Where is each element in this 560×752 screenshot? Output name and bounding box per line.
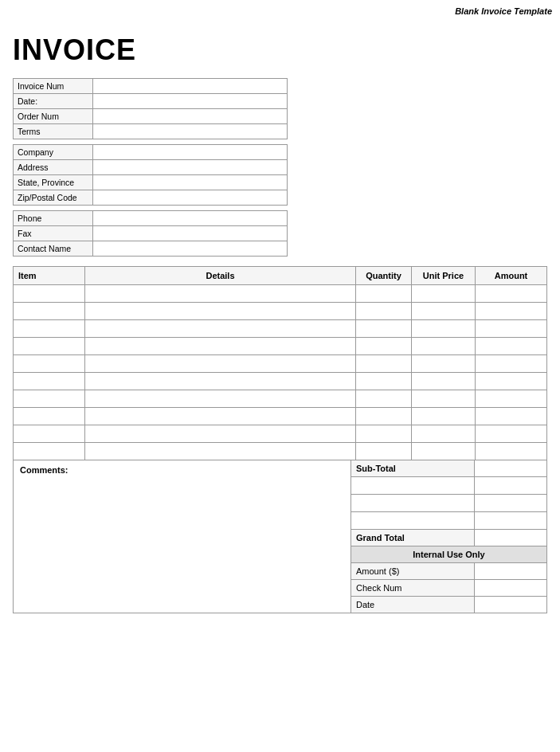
item-cell[interactable] bbox=[14, 373, 85, 390]
address-label: Address bbox=[14, 160, 93, 174]
amount-cell[interactable] bbox=[476, 338, 547, 355]
bottom-section: Comments: Sub-Total Grand T bbox=[13, 460, 547, 613]
amount-internal-row: Amount ($) bbox=[351, 563, 546, 580]
amount-header: Amount bbox=[476, 267, 547, 285]
fax-value[interactable] bbox=[93, 226, 287, 241]
amount-internal-value[interactable] bbox=[475, 563, 546, 579]
quantity-cell[interactable] bbox=[356, 425, 412, 443]
details-cell[interactable] bbox=[85, 373, 356, 390]
amount-cell[interactable] bbox=[476, 443, 547, 460]
fax-row: Fax bbox=[14, 226, 287, 241]
item-cell[interactable] bbox=[14, 425, 85, 443]
quantity-cell[interactable] bbox=[356, 390, 412, 408]
unit-price-cell[interactable] bbox=[412, 355, 476, 373]
details-cell[interactable] bbox=[85, 303, 356, 320]
unit-price-cell[interactable] bbox=[412, 443, 476, 460]
quantity-cell[interactable] bbox=[356, 373, 412, 390]
table-row bbox=[14, 443, 547, 460]
unit-price-cell[interactable] bbox=[412, 338, 476, 355]
item-cell[interactable] bbox=[14, 338, 85, 355]
date-value[interactable] bbox=[93, 94, 287, 108]
item-header: Item bbox=[14, 267, 85, 285]
quantity-cell[interactable] bbox=[356, 338, 412, 355]
amount-cell[interactable] bbox=[476, 285, 547, 303]
invoice-num-value[interactable] bbox=[93, 79, 287, 93]
phone-row: Phone bbox=[14, 211, 287, 226]
contact-name-value[interactable] bbox=[93, 241, 287, 256]
state-province-label: State, Province bbox=[14, 175, 93, 190]
amount-cell[interactable] bbox=[476, 320, 547, 338]
unit-price-cell[interactable] bbox=[412, 390, 476, 408]
company-value[interactable] bbox=[93, 145, 287, 159]
item-cell[interactable] bbox=[14, 443, 85, 460]
zip-label: Zip/Postal Code bbox=[14, 190, 93, 205]
table-row bbox=[14, 338, 547, 355]
amount-cell[interactable] bbox=[476, 373, 547, 390]
subtotal-value[interactable] bbox=[475, 460, 546, 476]
details-header: Details bbox=[85, 267, 356, 285]
item-cell[interactable] bbox=[14, 355, 85, 373]
quantity-cell[interactable] bbox=[356, 320, 412, 338]
quantity-cell[interactable] bbox=[356, 303, 412, 320]
item-cell[interactable] bbox=[14, 320, 85, 338]
date-internal-value[interactable] bbox=[475, 597, 546, 613]
address-value[interactable] bbox=[93, 160, 287, 174]
fax-label: Fax bbox=[14, 226, 93, 241]
date-label: Date: bbox=[14, 94, 93, 108]
quantity-cell[interactable] bbox=[356, 443, 412, 460]
phone-value[interactable] bbox=[93, 211, 287, 225]
unit-price-cell[interactable] bbox=[412, 285, 476, 303]
invoice-info-section: Invoice Num Date: Order Num Terms bbox=[13, 78, 288, 139]
item-cell[interactable] bbox=[14, 285, 85, 303]
state-province-value[interactable] bbox=[93, 175, 287, 190]
date-row: Date: bbox=[14, 94, 287, 109]
table-row bbox=[14, 303, 547, 320]
grand-total-label: Grand Total bbox=[351, 530, 475, 546]
details-cell[interactable] bbox=[85, 443, 356, 460]
details-cell[interactable] bbox=[85, 338, 356, 355]
amount-cell[interactable] bbox=[476, 355, 547, 373]
grand-total-row: Grand Total bbox=[351, 530, 546, 546]
details-cell[interactable] bbox=[85, 320, 356, 338]
unit-price-cell[interactable] bbox=[412, 408, 476, 425]
details-cell[interactable] bbox=[85, 355, 356, 373]
unit-price-cell[interactable] bbox=[412, 303, 476, 320]
check-num-row: Check Num bbox=[351, 580, 546, 597]
subtotal-label: Sub-Total bbox=[351, 460, 475, 476]
order-num-value[interactable] bbox=[93, 109, 287, 123]
unit-price-cell[interactable] bbox=[412, 425, 476, 443]
quantity-cell[interactable] bbox=[356, 355, 412, 373]
quantity-cell[interactable] bbox=[356, 285, 412, 303]
details-cell[interactable] bbox=[85, 390, 356, 408]
item-cell[interactable] bbox=[14, 303, 85, 320]
unit-price-cell[interactable] bbox=[412, 373, 476, 390]
phone-label: Phone bbox=[14, 211, 93, 225]
item-cell[interactable] bbox=[14, 390, 85, 408]
amount-cell[interactable] bbox=[476, 425, 547, 443]
totals-area: Sub-Total Grand Total Internal bbox=[351, 460, 546, 613]
amount-cell[interactable] bbox=[476, 303, 547, 320]
grand-total-value[interactable] bbox=[475, 530, 546, 546]
check-num-value[interactable] bbox=[475, 580, 546, 596]
amount-cell[interactable] bbox=[476, 408, 547, 425]
comments-area: Comments: bbox=[14, 460, 351, 613]
comments-label: Comments: bbox=[20, 465, 69, 475]
details-cell[interactable] bbox=[85, 425, 356, 443]
amount-cell[interactable] bbox=[476, 390, 547, 408]
order-num-row: Order Num bbox=[14, 109, 287, 124]
address-section: Company Address State, Province Zip/Post… bbox=[13, 144, 288, 206]
page-title: INVOICE bbox=[13, 33, 547, 67]
amount-internal-label: Amount ($) bbox=[351, 563, 475, 579]
item-cell[interactable] bbox=[14, 408, 85, 425]
details-cell[interactable] bbox=[85, 285, 356, 303]
unit-price-cell[interactable] bbox=[412, 320, 476, 338]
phone-section: Phone Fax Contact Name bbox=[13, 210, 288, 257]
terms-value[interactable] bbox=[93, 124, 287, 139]
details-cell[interactable] bbox=[85, 408, 356, 425]
table-row bbox=[14, 390, 547, 408]
quantity-cell[interactable] bbox=[356, 408, 412, 425]
spacer-row-2 bbox=[351, 495, 546, 512]
table-row bbox=[14, 285, 547, 303]
items-table: Item Details Quantity Unit Price Amount bbox=[13, 266, 547, 460]
zip-value[interactable] bbox=[93, 190, 287, 205]
